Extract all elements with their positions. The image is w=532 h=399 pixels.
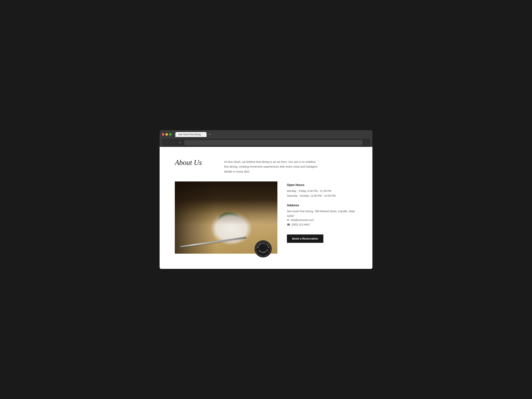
- minimize-window-button[interactable]: [165, 133, 168, 136]
- close-window-button[interactable]: [162, 133, 164, 136]
- tab-close-button[interactable]: ×: [202, 133, 203, 136]
- hours-weekday: Monday - Friday: 6.00 PM - 11.00 PM: [287, 189, 357, 193]
- browser-menu-button[interactable]: ⋮: [364, 141, 368, 145]
- about-main: MICHELIN STAR ★ RECOGNITION ★ Open Hours: [175, 181, 357, 254]
- traffic-lights: [162, 133, 171, 136]
- address-bar[interactable]: [184, 140, 362, 145]
- active-tab[interactable]: Noir Nosh Fine Dining ×: [175, 132, 207, 137]
- open-hours-section: Open Hours Monday - Friday: 6.00 PM - 11…: [287, 183, 357, 198]
- email-text: info@noirnosh.com: [291, 218, 314, 222]
- new-tab-button[interactable]: +: [207, 132, 212, 137]
- address-text: Noir Nosh Fine Dining, 789 Refined Stree…: [287, 209, 357, 218]
- email-icon: ✉: [287, 218, 289, 222]
- browser-titlebar: Noir Nosh Fine Dining × +: [162, 132, 370, 137]
- back-button[interactable]: ←: [164, 141, 169, 145]
- about-description: At Noir Nosh, we believe that dining is …: [224, 158, 319, 174]
- forward-button[interactable]: →: [171, 141, 176, 145]
- email-contact: ✉ info@noirnosh.com: [287, 218, 357, 222]
- address-title: Address: [287, 204, 357, 207]
- about-title: About Us: [175, 158, 213, 167]
- tab-label: Noir Nosh Fine Dining: [178, 133, 201, 136]
- tab-bar: Noir Nosh Fine Dining × +: [175, 132, 212, 137]
- book-reservation-button[interactable]: Book a Reservation: [287, 234, 323, 243]
- open-hours-title: Open Hours: [287, 183, 357, 187]
- phone-contact: ☎ (555) 123-4567: [287, 223, 357, 226]
- michelin-badge-inner: MICHELIN STAR ★ RECOGNITION ★: [255, 241, 271, 257]
- browser-toolbar: ← → ↺ ⋮: [162, 139, 370, 147]
- hours-weekend: Saturday - Sunday: 12.00 PM - 10.00 PM: [287, 193, 357, 198]
- phone-icon: ☎: [287, 223, 290, 226]
- browser-chrome: Noir Nosh Fine Dining × + ← → ↺ ⋮: [160, 130, 372, 147]
- info-panel: Open Hours Monday - Friday: 6.00 PM - 11…: [287, 181, 357, 243]
- food-image-container: MICHELIN STAR ★ RECOGNITION ★: [175, 181, 277, 254]
- michelin-badge: MICHELIN STAR ★ RECOGNITION ★: [255, 240, 272, 257]
- page-content: About Us At Noir Nosh, we believe that d…: [160, 147, 372, 269]
- about-header: About Us At Noir Nosh, we believe that d…: [175, 158, 357, 174]
- refresh-button[interactable]: ↺: [178, 141, 182, 145]
- phone-text: (555) 123-4567: [292, 223, 310, 226]
- maximize-window-button[interactable]: [169, 133, 171, 136]
- michelin-badge-svg: MICHELIN STAR ★ RECOGNITION ★: [256, 241, 271, 256]
- address-section: Address Noir Nosh Fine Dining, 789 Refin…: [287, 204, 357, 226]
